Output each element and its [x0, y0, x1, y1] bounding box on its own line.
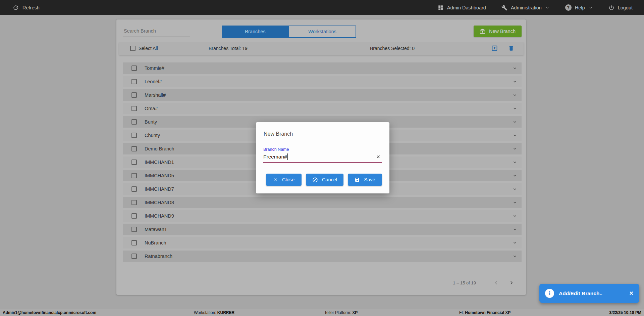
branch-name: Leonel# — [145, 79, 162, 84]
refresh-icon — [12, 4, 19, 11]
branch-name: Oma# — [145, 106, 158, 111]
bank-icon — [480, 29, 485, 34]
branch-checkbox[interactable] — [131, 186, 137, 192]
tab-bar: Branches Workstations — [222, 26, 356, 38]
branch-row[interactable]: Marshall# — [123, 88, 522, 102]
cancel-button[interactable]: Cancel — [306, 174, 343, 186]
chevron-down-icon[interactable] — [512, 173, 518, 178]
chevron-down-icon[interactable] — [512, 133, 518, 138]
administration-menu[interactable]: Administration — [501, 5, 550, 11]
branch-checkbox[interactable] — [131, 79, 137, 84]
chevron-down-icon — [545, 5, 550, 10]
toast-close-icon[interactable]: ✕ — [629, 291, 634, 296]
chevron-down-icon[interactable] — [512, 106, 518, 111]
chevron-down-icon[interactable] — [512, 92, 518, 98]
logged-in-user: Admin1@hometownfinancialxp.onmicrosoft.c… — [3, 310, 96, 315]
branch-row[interactable]: Ratnabranch — [123, 250, 522, 263]
branch-row[interactable]: Leonel# — [123, 75, 522, 88]
select-all-checkbox[interactable] — [130, 46, 136, 51]
chevron-down-icon[interactable] — [512, 240, 518, 245]
chevron-down-icon[interactable] — [512, 65, 518, 71]
branch-checkbox[interactable] — [131, 133, 137, 138]
branch-checkbox[interactable] — [131, 254, 137, 259]
branch-checkbox[interactable] — [131, 106, 137, 111]
info-icon: i — [545, 289, 554, 298]
branch-name-input[interactable]: Freeman# — [263, 153, 288, 160]
refresh-button[interactable]: Refresh — [12, 4, 40, 11]
branch-checkbox[interactable] — [131, 92, 137, 98]
chevron-down-icon[interactable] — [512, 227, 518, 232]
branch-row[interactable]: Tommie# — [123, 61, 522, 75]
branch-checkbox[interactable] — [131, 213, 137, 219]
tab-branches[interactable]: Branches — [222, 26, 289, 37]
chevron-down-icon[interactable] — [512, 213, 518, 219]
admin-dashboard-menu[interactable]: Admin Dashboard — [438, 5, 486, 11]
branch-name: Bunty — [145, 119, 157, 125]
branch-checkbox[interactable] — [131, 240, 137, 245]
branch-checkbox[interactable] — [131, 65, 137, 71]
save-icon — [355, 177, 360, 182]
dialog-title: New Branch — [264, 131, 293, 137]
new-branch-button[interactable]: New Branch — [474, 26, 522, 37]
chevron-down-icon[interactable] — [512, 146, 518, 151]
branch-row[interactable]: Oma# — [123, 102, 522, 115]
chevron-down-icon[interactable] — [512, 186, 518, 192]
branch-name: IMMCHAND7 — [145, 186, 174, 192]
new-branch-label: New Branch — [489, 29, 516, 34]
chevron-down-icon[interactable] — [512, 79, 518, 84]
toast-notification: i Add/Edit Branch.. ✕ — [539, 284, 639, 303]
chevron-down-icon[interactable] — [512, 200, 518, 205]
logout-label: Logout — [618, 5, 633, 10]
branch-name: Marshall# — [145, 92, 166, 98]
financial-institution-info: FI: Hometown Financial XP — [459, 310, 511, 315]
branch-name: IMMCHAND9 — [145, 213, 174, 219]
new-branch-dialog: New Branch Branch Name Freeman# Close Ca… — [256, 122, 389, 193]
branch-row[interactable]: Matawan1 — [123, 223, 522, 236]
administration-label: Administration — [511, 5, 542, 10]
branches-selected: Branches Selected: 0 — [370, 46, 415, 51]
power-icon — [608, 5, 614, 11]
trash-icon[interactable] — [508, 45, 514, 52]
branch-name: Demo Branch — [145, 146, 174, 151]
chevron-right-icon[interactable] — [508, 279, 515, 286]
chevron-left-icon[interactable] — [493, 279, 499, 286]
branch-checkbox[interactable] — [131, 160, 137, 165]
branch-checkbox[interactable] — [131, 173, 137, 178]
refresh-label: Refresh — [22, 5, 40, 10]
select-all-label: Select All — [139, 46, 158, 51]
chevron-down-icon[interactable] — [512, 254, 518, 259]
close-label: Close — [282, 177, 294, 182]
save-button[interactable]: Save — [348, 174, 382, 186]
branch-checkbox[interactable] — [131, 200, 137, 205]
branches-total: Branches Total: 19 — [209, 46, 248, 51]
help-menu[interactable]: ? Help — [565, 4, 593, 11]
branch-checkbox[interactable] — [131, 146, 137, 151]
branch-checkbox[interactable] — [131, 119, 137, 125]
branch-row[interactable]: NuBranch — [123, 236, 522, 250]
branch-checkbox[interactable] — [131, 227, 137, 232]
dashboard-icon — [438, 5, 444, 11]
export-icon[interactable] — [491, 45, 498, 52]
tab-workstations[interactable]: Workstations — [289, 26, 356, 37]
workstation-info: Workstation: KURRER — [194, 310, 234, 315]
help-icon: ? — [565, 4, 572, 11]
clear-input-icon[interactable] — [376, 154, 381, 159]
branch-row[interactable]: IMMCHAND9 — [123, 209, 522, 223]
search-input[interactable] — [123, 27, 190, 37]
teller-platform-info: Teller Platform: XP — [324, 310, 358, 315]
branch-name: IMMCHAND8 — [145, 200, 174, 205]
logout-button[interactable]: Logout — [608, 5, 633, 11]
save-label: Save — [364, 177, 375, 182]
list-header-bar: Select All Branches Total: 19 Branches S… — [119, 42, 524, 55]
top-bar: Refresh Admin Dashboard Administration ?… — [0, 0, 644, 15]
branch-row[interactable]: IMMCHAND8 — [123, 196, 522, 209]
branch-name: Ratnabranch — [145, 254, 172, 259]
chevron-down-icon[interactable] — [512, 160, 518, 165]
cancel-label: Cancel — [322, 177, 337, 182]
close-button[interactable]: Close — [266, 174, 302, 186]
branch-name: Matawan1 — [145, 227, 167, 232]
chevron-down-icon[interactable] — [512, 119, 518, 125]
wrench-icon — [501, 5, 507, 11]
branch-name: IMMCHAND5 — [145, 173, 174, 178]
pagination-range: 1 – 15 of 19 — [453, 280, 476, 285]
